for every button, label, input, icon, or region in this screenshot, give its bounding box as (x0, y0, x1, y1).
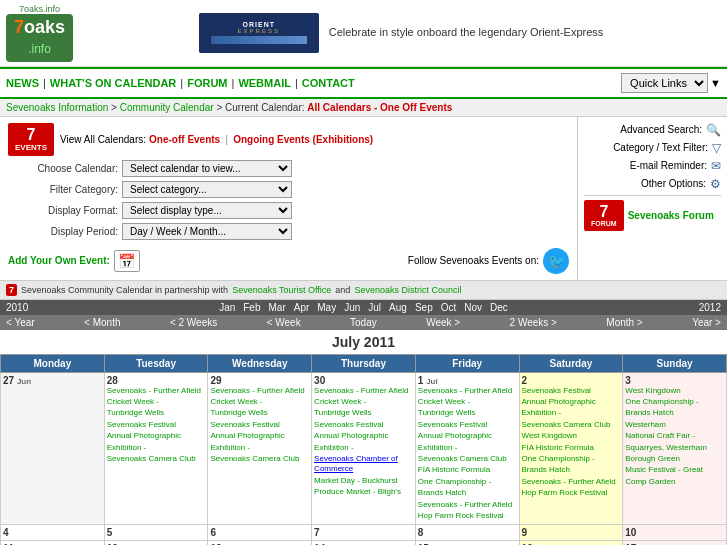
event-link[interactable]: Hop Farm Rock Festival (522, 488, 608, 497)
event-link[interactable]: Squarryes, Westerham (625, 443, 707, 452)
week-nav-item-8[interactable]: Year > (692, 317, 721, 328)
event-link[interactable]: National Craft Fair - (625, 431, 695, 440)
week-nav-item-7[interactable]: Month > (606, 317, 642, 328)
calendar-event[interactable]: Tunbridge Wells (418, 408, 517, 418)
event-link[interactable]: Market Day - Buckhurst (314, 476, 398, 485)
options-icon[interactable]: ⚙ (710, 177, 721, 191)
event-link[interactable]: Sevenoaks Festival (210, 420, 279, 429)
calendar-event[interactable]: Sevenoaks Chamber of Commerce (314, 454, 413, 475)
event-link[interactable]: Exhibition - (522, 408, 562, 417)
breadcrumb-calendar[interactable]: Community Calendar (120, 102, 214, 113)
calendar-event[interactable]: Hop Farm Rock Festival (522, 488, 621, 498)
calendar-event[interactable]: Annual Photographic (107, 431, 206, 441)
month-nav-sep[interactable]: Sep (415, 302, 433, 313)
nav-webmail[interactable]: WEBMAIL (238, 77, 291, 89)
calendar-event[interactable]: Cricket Week - (314, 397, 413, 407)
event-link[interactable]: Sevenoaks Camera Club (210, 454, 299, 463)
week-nav-item-6[interactable]: 2 Weeks > (510, 317, 557, 328)
event-link[interactable]: Sevenoaks Festival (418, 420, 487, 429)
calendar-event[interactable]: Comp Garden (625, 477, 724, 487)
calendar-event[interactable]: Annual Photographic (314, 431, 413, 441)
week-nav-item-2[interactable]: < 2 Weeks (170, 317, 217, 328)
calendar-event[interactable]: Tunbridge Wells (107, 408, 206, 418)
calendar-event[interactable]: Brands Hatch (418, 488, 517, 498)
calendar-event[interactable]: Sevenoaks - Further Afield (418, 500, 517, 510)
calendar-event[interactable]: Sevenoaks Festival (107, 420, 206, 430)
event-link[interactable]: Sevenoaks Festival (107, 420, 176, 429)
event-link[interactable]: One Championship - (625, 397, 698, 406)
month-nav-jun[interactable]: Jun (344, 302, 360, 313)
view-oneoff-link[interactable]: One-off Events (149, 134, 220, 145)
event-link[interactable]: Music Festival - Great (625, 465, 703, 474)
nav-forum[interactable]: FORUM (187, 77, 227, 89)
event-link[interactable]: Sevenoaks - Further Afield (418, 500, 512, 509)
event-link[interactable]: Comp Garden (625, 477, 675, 486)
event-link[interactable]: FIA Historic Formula (418, 465, 490, 474)
calendar-event[interactable]: Sevenoaks Festival (418, 420, 517, 430)
event-link[interactable]: Sevenoaks Chamber of Commerce (314, 454, 398, 473)
event-link[interactable]: Westerham (625, 420, 666, 429)
email-icon[interactable]: ✉ (711, 159, 721, 173)
event-link[interactable]: One Championship - (418, 477, 491, 486)
calendar-event[interactable]: Cricket Week - (418, 397, 517, 407)
calendar-event[interactable]: Cricket Week - (107, 397, 206, 407)
calendar-event[interactable]: One Championship - (522, 454, 621, 464)
calendar-event[interactable]: Exhibition - (522, 408, 621, 418)
calendar-event[interactable]: Annual Photographic (210, 431, 309, 441)
calendar-event[interactable]: Sevenoaks Camera Club (522, 420, 621, 430)
orient-banner[interactable]: ORIENT EXPRESS Celebrate in style onboar… (81, 4, 721, 62)
event-link[interactable]: FIA Historic Formula (522, 443, 594, 452)
event-link[interactable]: Sevenoaks Camera Club (522, 420, 611, 429)
event-link[interactable]: Tunbridge Wells (210, 408, 267, 417)
tourist-office-link[interactable]: Sevenoaks Tourist Office (232, 285, 331, 295)
event-link[interactable]: Tunbridge Wells (418, 408, 475, 417)
month-nav-jan[interactable]: Jan (219, 302, 235, 313)
choose-calendar-select[interactable]: Select calendar to view... (122, 160, 292, 177)
calendar-event[interactable]: West Kingdown (522, 431, 621, 441)
week-nav-item-5[interactable]: Week > (426, 317, 460, 328)
calendar-event[interactable]: Borough Green (625, 454, 724, 464)
event-link[interactable]: Cricket Week - (107, 397, 159, 406)
search-icon[interactable]: 🔍 (706, 123, 721, 137)
display-format-select[interactable]: Select display type... (122, 202, 292, 219)
calendar-event[interactable]: Exhibition - (314, 443, 413, 453)
calendar-event[interactable]: West Kingdown (625, 386, 724, 396)
forum-badge[interactable]: 7 FORUM (584, 200, 624, 231)
calendar-event[interactable]: Brands Hatch (625, 408, 724, 418)
event-link[interactable]: Sevenoaks - Further Afield (418, 386, 512, 395)
event-link[interactable]: Annual Photographic (522, 397, 596, 406)
calendar-event[interactable]: Brands Hatch (522, 465, 621, 475)
month-nav-jul[interactable]: Jul (368, 302, 381, 313)
calendar-event[interactable]: Exhibition - (107, 443, 206, 453)
nav-whats-on[interactable]: WHAT'S ON CALENDAR (50, 77, 176, 89)
quicklinks-select[interactable]: Quick Links (621, 73, 708, 93)
month-nav-nov[interactable]: Nov (464, 302, 482, 313)
calendar-event[interactable]: Cricket Week - (210, 397, 309, 407)
week-nav-item-1[interactable]: < Month (84, 317, 120, 328)
calendar-event[interactable]: FIA Historic Formula (522, 443, 621, 453)
twitter-icon[interactable]: 🐦 (543, 248, 569, 274)
nav-contact[interactable]: CONTACT (302, 77, 355, 89)
calendar-event[interactable]: Produce Market - Bligh's (314, 487, 413, 497)
event-link[interactable]: Tunbridge Wells (314, 408, 371, 417)
calendar-event[interactable]: Tunbridge Wells (210, 408, 309, 418)
calendar-event[interactable]: Annual Photographic (418, 431, 517, 441)
calendar-event[interactable]: Sevenoaks Camera Club (418, 454, 517, 464)
event-link[interactable]: Annual Photographic (107, 431, 181, 440)
week-nav-item-3[interactable]: < Week (267, 317, 301, 328)
calendar-event[interactable]: Music Festival - Great (625, 465, 724, 475)
event-link[interactable]: Produce Market - Bligh's (314, 487, 401, 496)
event-link[interactable]: Sevenoaks - Further Afield (314, 386, 408, 395)
calendar-event[interactable]: Sevenoaks - Further Afield (210, 386, 309, 396)
calendar-event[interactable]: Sevenoaks - Further Afield (522, 477, 621, 487)
quicklinks-arrow[interactable]: ▼ (710, 77, 721, 89)
calendar-event[interactable]: Tunbridge Wells (314, 408, 413, 418)
calendar-event[interactable]: Sevenoaks - Further Afield (107, 386, 206, 396)
add-event-link[interactable]: Add Your Own Event: (8, 255, 110, 266)
calendar-event[interactable]: Market Day - Buckhurst (314, 476, 413, 486)
month-nav-aug[interactable]: Aug (389, 302, 407, 313)
event-link[interactable]: Brands Hatch (418, 488, 466, 497)
district-council-link[interactable]: Sevenoaks District Council (354, 285, 461, 295)
event-link[interactable]: Sevenoaks - Further Afield (210, 386, 304, 395)
calendar-event[interactable]: Exhibition - (210, 443, 309, 453)
